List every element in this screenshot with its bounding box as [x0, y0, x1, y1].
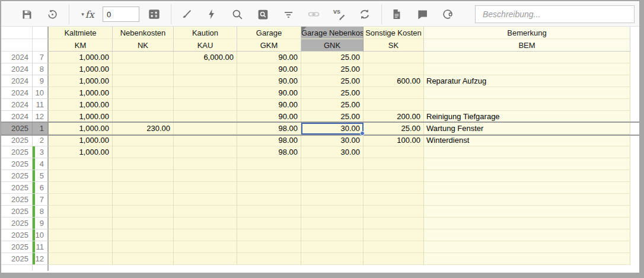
cell-kau[interactable]: [174, 182, 237, 194]
column-header-bem[interactable]: Bemerkung: [424, 27, 630, 39]
row-header-year[interactable]: 2025: [1, 123, 33, 135]
column-header-sk[interactable]: Sonstige Kosten: [364, 27, 424, 39]
row-header-year[interactable]: 2024: [1, 75, 33, 87]
cell-kau[interactable]: [174, 87, 237, 99]
cell-nk[interactable]: [113, 241, 174, 253]
row-header-year[interactable]: 2024: [1, 111, 33, 123]
cell-gnk[interactable]: 30.00: [301, 146, 364, 158]
cell-kau[interactable]: [174, 146, 237, 158]
cell-gkm[interactable]: 90.00: [237, 87, 301, 99]
cell-km[interactable]: 1,000.00: [49, 52, 113, 63]
cell-gnk[interactable]: 25.00: [301, 111, 364, 123]
cell-nk[interactable]: 230.00: [113, 123, 174, 135]
vs-edit-button[interactable]: vs: [331, 7, 347, 22]
column-code-kau[interactable]: KAU: [174, 39, 237, 52]
cell-sk[interactable]: [364, 218, 424, 229]
row-header-year[interactable]: 2025: [1, 135, 33, 146]
cell-bem[interactable]: Winterdienst: [424, 135, 630, 146]
cell-bem[interactable]: Reinigung Tiefgarage: [424, 111, 630, 123]
cell-km[interactable]: [49, 170, 113, 182]
row-header-month[interactable]: 8: [33, 63, 49, 75]
cell-nk[interactable]: [113, 229, 174, 241]
cell-sk[interactable]: [364, 158, 424, 170]
column-code-gkm[interactable]: GKM: [237, 39, 301, 52]
cell-bem[interactable]: [424, 87, 630, 99]
cell-kau[interactable]: [174, 123, 237, 135]
row-header-year[interactable]: 2025: [1, 146, 33, 158]
cell-km[interactable]: 1,000.00: [49, 111, 113, 123]
cell-sk[interactable]: [364, 52, 424, 63]
cell-gkm[interactable]: 90.00: [237, 75, 301, 87]
cell-gkm[interactable]: [237, 206, 301, 218]
cell-km[interactable]: 1,000.00: [49, 75, 113, 87]
row-header-year[interactable]: 2025: [1, 170, 33, 182]
cell-gnk[interactable]: [301, 206, 364, 218]
cell-gkm[interactable]: 90.00: [237, 111, 301, 123]
row-header-month[interactable]: 11: [33, 99, 49, 111]
cell-gkm[interactable]: 98.00: [237, 146, 301, 158]
row-header-month[interactable]: 5: [33, 170, 49, 182]
cell-nk[interactable]: [113, 99, 174, 111]
cell-kau[interactable]: [174, 158, 237, 170]
history-button[interactable]: [44, 7, 60, 22]
cell-kau[interactable]: [174, 206, 237, 218]
column-header-gkm[interactable]: Garage: [237, 27, 301, 39]
cell-sk[interactable]: [364, 99, 424, 111]
cell-sk[interactable]: [364, 63, 424, 75]
row-header-month[interactable]: 11: [33, 241, 49, 253]
row-header-year[interactable]: 2025: [1, 158, 33, 170]
formula-dropdown-button[interactable]: ▾fx: [76, 7, 99, 22]
cell-sk[interactable]: [364, 206, 424, 218]
filter-button[interactable]: [280, 7, 296, 22]
cell-nk[interactable]: [113, 87, 174, 99]
cell-km[interactable]: 1,000.00: [49, 146, 113, 158]
cell-km[interactable]: [49, 229, 113, 241]
row-header-month[interactable]: 8: [33, 206, 49, 218]
cell-km[interactable]: 1,000.00: [49, 87, 113, 99]
cell-sk[interactable]: [364, 182, 424, 194]
cell-bem[interactable]: Wartung Fenster: [424, 123, 630, 135]
cell-km[interactable]: 1,000.00: [49, 99, 113, 111]
cell-gkm[interactable]: [237, 241, 301, 253]
cell-kau[interactable]: [174, 63, 237, 75]
cell-kau[interactable]: [174, 170, 237, 182]
cell-bem[interactable]: [424, 229, 630, 241]
row-header-month[interactable]: 10: [33, 87, 49, 99]
cell-nk[interactable]: [113, 52, 174, 63]
cell-nk[interactable]: [113, 253, 174, 265]
cell-gnk[interactable]: [301, 253, 364, 265]
cell-bem[interactable]: [424, 158, 630, 170]
cell-nk[interactable]: [113, 218, 174, 229]
column-code-nk[interactable]: NK: [113, 39, 174, 52]
cell-gkm[interactable]: 90.00: [237, 52, 301, 63]
row-header-year[interactable]: 2025: [1, 218, 33, 229]
cell-km[interactable]: [49, 194, 113, 206]
cell-km[interactable]: [49, 241, 113, 253]
cell-nk[interactable]: [113, 146, 174, 158]
search-in-cell-button[interactable]: [255, 7, 270, 22]
cell-bem[interactable]: [424, 241, 630, 253]
cell-gnk[interactable]: [301, 170, 364, 182]
row-header-month[interactable]: 3: [33, 146, 49, 158]
comment-button[interactable]: [415, 7, 430, 22]
cell-bem[interactable]: [424, 170, 630, 182]
cell-gkm[interactable]: [237, 194, 301, 206]
cell-gnk[interactable]: [301, 182, 364, 194]
row-header-year[interactable]: 2025: [1, 194, 33, 206]
cell-gnk[interactable]: 30.00: [301, 123, 364, 135]
cell-gnk[interactable]: 25.00: [301, 52, 364, 63]
cell-sk[interactable]: 100.00: [364, 135, 424, 146]
refresh-button[interactable]: [357, 7, 372, 22]
row-header-month[interactable]: 9: [33, 75, 49, 87]
row-header-month[interactable]: 2: [33, 135, 49, 146]
cell-bem[interactable]: [424, 146, 630, 158]
cell-bem[interactable]: [424, 99, 630, 111]
cell-kau[interactable]: [174, 75, 237, 87]
cell-sk[interactable]: [364, 253, 424, 265]
row-header-year[interactable]: 2024: [1, 87, 33, 99]
cell-gkm[interactable]: [237, 218, 301, 229]
cell-kau[interactable]: [174, 194, 237, 206]
cell-km[interactable]: [49, 158, 113, 170]
cell-bem[interactable]: Reparatur Aufzug: [424, 75, 630, 87]
cell-gnk[interactable]: [301, 229, 364, 241]
